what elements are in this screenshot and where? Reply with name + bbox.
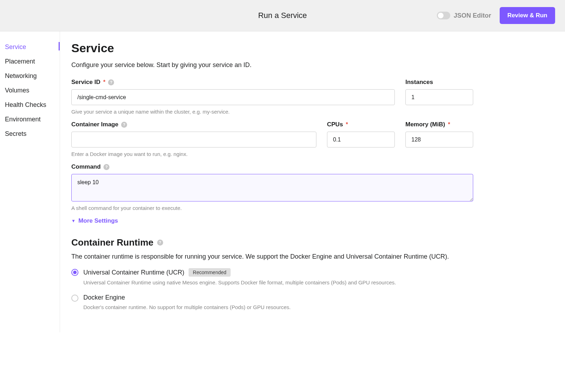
instances-input[interactable]: [405, 89, 473, 105]
runtime-docker-description: Docker's container runtime. No support f…: [83, 303, 291, 312]
label-row-cpus: CPUs *: [327, 121, 395, 128]
sidebar-item-secrets[interactable]: Secrets: [5, 127, 60, 141]
sidebar-item-networking[interactable]: Networking: [5, 69, 60, 83]
radio-label-row: Universal Container Runtime (UCR) Recomm…: [83, 268, 396, 277]
recommended-badge: Recommended: [189, 268, 231, 277]
runtime-title-row: Container Runtime ?: [71, 237, 473, 248]
header: Run a Service JSON Editor Review & Run: [0, 0, 565, 31]
label-row-service-id: Service ID * ?: [71, 79, 395, 86]
radio-label-row: Docker Engine: [83, 294, 291, 301]
sidebar-item-placement[interactable]: Placement: [5, 54, 60, 69]
help-icon[interactable]: ?: [121, 122, 127, 128]
label-row-command: Command ?: [71, 163, 473, 170]
form-row-id-instances: Service ID * ? Instances: [71, 79, 473, 105]
runtime-docker-label: Docker Engine: [83, 294, 125, 301]
json-editor-toggle[interactable]: [437, 12, 450, 19]
sidebar-item-service[interactable]: Service: [5, 40, 60, 54]
form-row-image-cpu-mem: Container Image ? CPUs * Memory (MiB) *: [71, 121, 473, 147]
sidebar-item-health-checks[interactable]: Health Checks: [5, 98, 60, 112]
help-icon[interactable]: ?: [103, 164, 109, 170]
radio-content: Universal Container Runtime (UCR) Recomm…: [83, 268, 396, 287]
help-icon[interactable]: ?: [157, 240, 163, 246]
runtime-ucr-label: Universal Container Runtime (UCR): [83, 269, 184, 276]
runtime-description: The container runtime is responsible for…: [71, 253, 473, 260]
container-image-helper: Enter a Docker image you want to run, e.…: [71, 151, 473, 157]
sidebar-item-environment[interactable]: Environment: [5, 112, 60, 127]
memory-input[interactable]: [405, 132, 473, 147]
runtime-option-docker[interactable]: Docker Engine Docker's container runtime…: [71, 294, 473, 312]
command-helper: A shell command for your container to ex…: [71, 205, 473, 211]
cpus-label: CPUs: [327, 121, 343, 128]
form-group-container-image: Container Image ?: [71, 121, 316, 147]
section-title: Service: [71, 41, 473, 55]
header-actions: JSON Editor Review & Run: [437, 7, 555, 24]
service-id-helper: Give your service a unique name within t…: [71, 109, 473, 115]
label-row-memory: Memory (MiB) *: [405, 121, 473, 128]
service-id-label: Service ID: [71, 79, 100, 86]
cpus-input[interactable]: [327, 132, 395, 147]
form-group-cpus: CPUs *: [327, 121, 395, 147]
form-group-service-id: Service ID * ?: [71, 79, 395, 105]
label-row-instances: Instances: [405, 79, 473, 86]
label-row-container-image: Container Image ?: [71, 121, 316, 128]
radio-content: Docker Engine Docker's container runtime…: [83, 294, 291, 312]
review-run-button[interactable]: Review & Run: [500, 7, 555, 24]
toggle-knob: [438, 13, 444, 18]
form-group-instances: Instances: [405, 79, 473, 105]
runtime-title: Container Runtime: [71, 237, 154, 248]
help-icon[interactable]: ?: [108, 79, 114, 85]
runtime-option-ucr[interactable]: Universal Container Runtime (UCR) Recomm…: [71, 268, 473, 287]
required-mark: *: [346, 121, 348, 128]
command-input[interactable]: [71, 174, 473, 201]
form-group-command: Command ?: [71, 163, 473, 201]
sidebar: Service Placement Networking Volumes Hea…: [0, 31, 60, 332]
page-title: Run a Service: [258, 11, 307, 20]
json-editor-toggle-group: JSON Editor: [437, 12, 491, 19]
caret-down-icon: ▼: [71, 218, 76, 223]
container-image-input[interactable]: [71, 132, 316, 147]
required-mark: *: [448, 121, 450, 128]
form-group-memory: Memory (MiB) *: [405, 121, 473, 147]
more-settings-toggle[interactable]: ▼ More Settings: [71, 217, 473, 224]
main-content: Service Configure your service below. St…: [60, 31, 565, 332]
required-mark: *: [103, 79, 105, 85]
more-settings-label: More Settings: [78, 217, 118, 224]
layout: Service Placement Networking Volumes Hea…: [0, 31, 565, 332]
memory-label: Memory (MiB): [405, 121, 445, 128]
instances-label: Instances: [405, 79, 433, 86]
runtime-ucr-description: Universal Container Runtime using native…: [83, 279, 396, 287]
sidebar-item-volumes[interactable]: Volumes: [5, 83, 60, 98]
section-description: Configure your service below. Start by g…: [71, 61, 473, 69]
radio-icon: [71, 295, 78, 302]
service-id-input[interactable]: [71, 89, 395, 105]
json-editor-label: JSON Editor: [454, 12, 491, 19]
container-image-label: Container Image: [71, 121, 118, 128]
radio-icon: [71, 269, 78, 276]
command-label: Command: [71, 163, 101, 170]
